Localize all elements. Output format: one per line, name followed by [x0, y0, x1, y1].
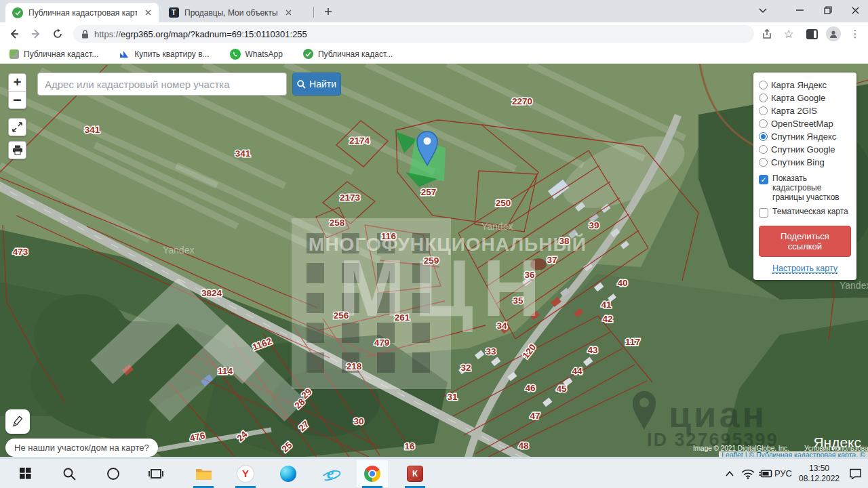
tab2-favicon: Т — [168, 7, 179, 18]
file-explorer-button[interactable] — [189, 459, 218, 488]
back-icon[interactable] — [5, 25, 23, 43]
parcel-label: 259 — [424, 256, 439, 266]
layer-radio-6[interactable]: Спутник Bing — [759, 156, 851, 169]
radio-icon[interactable] — [759, 158, 768, 167]
window-minimize-button[interactable] — [788, 0, 811, 20]
checkbox-label: Тематическая карта — [772, 207, 848, 217]
layer-radio-3[interactable]: OpenStreetMap — [759, 117, 851, 130]
radio-icon[interactable] — [759, 94, 768, 102]
print-button[interactable] — [8, 141, 26, 159]
parcel-label: 46 — [525, 383, 536, 393]
leaflet-attribution[interactable]: Leaflet | © Публичная кадастровая карта,… — [722, 451, 865, 458]
reload-icon[interactable] — [49, 25, 66, 43]
layer-radio-0[interactable]: Карта Яндекс — [759, 79, 851, 92]
configure-map-link[interactable]: Настроить карту — [759, 264, 851, 273]
search-button[interactable]: Найти — [292, 73, 341, 96]
radio-icon[interactable] — [759, 119, 768, 128]
parcel-label: 116 — [381, 231, 396, 241]
window-close-button[interactable] — [844, 0, 867, 20]
clock-date: 08.12.2022 — [799, 474, 840, 484]
share-icon[interactable] — [758, 25, 776, 43]
bookmark-buy-apartment[interactable]: Купить квартиру в... — [119, 49, 209, 60]
layer-radio-4[interactable]: Спутник Яндекс — [759, 130, 851, 143]
checkbox-icon[interactable] — [759, 208, 768, 218]
window-menu-chevron-icon[interactable] — [751, 0, 774, 20]
forward-icon[interactable] — [27, 25, 45, 43]
start-button[interactable] — [10, 459, 40, 488]
parcel-label: 250 — [496, 198, 511, 208]
blue-n-icon — [119, 49, 130, 60]
layer-radio-label: Карта 2GIS — [771, 106, 817, 116]
checkbox-icon[interactable]: ✓ — [759, 175, 768, 184]
draw-parcel-button[interactable] — [5, 409, 30, 434]
layer-panel: Карта ЯндексКарта GoogleКарта 2GISOpenSt… — [753, 73, 856, 280]
not-found-prompt[interactable]: Не нашли участок/дом на карте? — [5, 439, 158, 457]
tab1-title: Публичная кадастровая карта — [28, 8, 137, 18]
parcel-label: 43 — [587, 345, 598, 355]
tab1-favicon-check-icon — [12, 7, 23, 18]
edge-button[interactable] — [273, 459, 303, 488]
bookmark-star-icon[interactable]: ☆ — [780, 25, 797, 43]
share-link-button[interactable]: Поделиться ссылкой — [759, 226, 851, 257]
side-panel-icon[interactable] — [803, 25, 821, 43]
bookmark-cadastral-1[interactable]: Публичная кадаст... — [9, 49, 98, 59]
layer-checkbox-1[interactable]: Тематическая карта — [759, 207, 851, 218]
internet-explorer-button[interactable]: e — [315, 459, 345, 488]
parcel-label: 218 — [347, 361, 362, 371]
chrome-icon — [364, 466, 380, 482]
radio-icon[interactable] — [759, 81, 768, 89]
taskbar-search-button[interactable] — [54, 459, 84, 488]
address-bar[interactable]: https://egrp365.org/map/?kadnum=69:15:01… — [73, 25, 754, 43]
task-view-button[interactable] — [141, 459, 171, 488]
parcel-label: 40 — [617, 278, 627, 288]
search-input[interactable] — [37, 73, 287, 96]
cadastral-map-viewport[interactable]: МНОГОФУНКЦИОНАЛЬНЫЙ МЦН Yandex Yandex Ya… — [0, 64, 868, 458]
chrome-button[interactable] — [357, 459, 387, 488]
parcel-label: 2270 — [512, 96, 532, 106]
tab-cadastral-map[interactable]: Публичная кадастровая карта — [5, 3, 159, 22]
parcel-label: 38 — [559, 236, 570, 246]
layer-radio-1[interactable]: Карта Google — [759, 92, 851, 104]
tab-sellers-objects[interactable]: Т Продавцы, Мои объекты — [161, 3, 312, 22]
layer-radio-label: Спутник Google — [771, 144, 835, 155]
map-leaf-icon — [9, 49, 19, 59]
fullscreen-button[interactable] — [8, 118, 26, 136]
kompas-button[interactable]: К — [400, 459, 430, 488]
parcel-label: 114 — [218, 366, 233, 376]
bookmark-cadastral-2[interactable]: Публичная кадаст... — [303, 49, 393, 59]
layer-radio-2[interactable]: Карта 2GIS — [759, 104, 851, 117]
yandex-browser-icon: Y — [237, 466, 254, 482]
language-indicator[interactable]: РУС — [772, 459, 795, 488]
radio-icon[interactable] — [759, 145, 768, 154]
cortana-button[interactable] — [98, 459, 128, 488]
radio-icon[interactable] — [759, 106, 768, 115]
profile-avatar[interactable] — [825, 25, 842, 43]
browser-menu-icon[interactable]: ⋮ — [846, 25, 864, 43]
window-restore-button[interactable] — [816, 0, 840, 20]
parcel-label: 30 — [353, 416, 363, 426]
new-tab-button[interactable] — [321, 5, 335, 18]
yandex-watermark: Yandex — [481, 221, 513, 232]
layer-checkbox-0[interactable]: ✓Показать кадастровые границы участков — [759, 174, 851, 202]
lock-icon — [81, 30, 89, 39]
action-center-icon[interactable] — [844, 459, 867, 488]
tab1-close-icon[interactable] — [142, 7, 153, 18]
zoom-out-button[interactable]: − — [8, 91, 26, 109]
zoom-in-button[interactable]: + — [8, 73, 26, 92]
taskbar-clock[interactable]: 13:50 08.12.2022 — [792, 459, 846, 488]
yandex-browser-button[interactable]: Y — [231, 459, 260, 488]
task-view-icon — [149, 468, 163, 480]
layer-radio-5[interactable]: Спутник Google — [759, 143, 851, 156]
tab-strip: Публичная кадастровая карта Т Продавцы, … — [0, 0, 868, 22]
whatsapp-icon — [230, 49, 241, 60]
tab2-close-icon[interactable] — [283, 7, 294, 18]
windows-logo-icon — [20, 468, 31, 479]
parcel-label: 261 — [395, 312, 410, 323]
yandex-watermark: Yandex — [840, 280, 868, 291]
radio-icon[interactable] — [759, 132, 768, 141]
parcel-label: 47 — [530, 411, 540, 421]
kompas-icon: К — [407, 466, 423, 482]
parcel-label: 258 — [330, 218, 345, 228]
search-icon — [62, 467, 76, 481]
bookmark-whatsapp[interactable]: WhatsApp — [230, 49, 283, 60]
